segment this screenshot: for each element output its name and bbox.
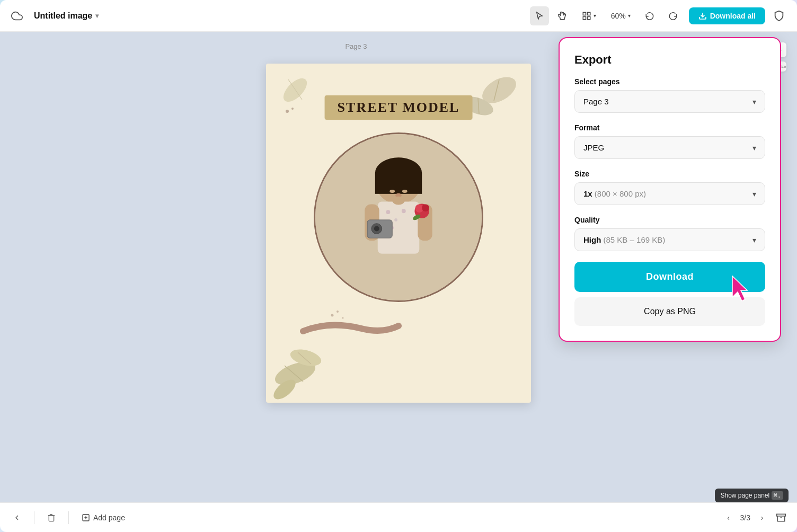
card-circle-frame xyxy=(314,132,483,302)
size-field: Size 1x (800 × 800 px) ▾ xyxy=(574,170,765,205)
shield-btn[interactable] xyxy=(769,6,789,25)
svg-point-28 xyxy=(422,204,429,211)
pages-select-arrow: ▾ xyxy=(752,97,756,106)
dot-decoration xyxy=(285,106,295,117)
brush-stroke-icon xyxy=(298,318,404,339)
download-all-label: Download all xyxy=(710,12,756,20)
leaf-top-left-icon xyxy=(277,69,319,111)
divider-1 xyxy=(34,511,34,524)
svg-point-18 xyxy=(394,218,397,221)
toolbar-left: Untitled image ▾ xyxy=(8,7,524,24)
leaf-bottom-left-icon xyxy=(269,331,327,400)
pages-panel-btn[interactable] xyxy=(774,510,789,525)
svg-point-31 xyxy=(402,190,408,193)
toolbar-center: ▾ 60% ▾ xyxy=(530,6,683,25)
zoom-control-btn[interactable]: 60% ▾ xyxy=(606,8,636,23)
svg-rect-1 xyxy=(587,12,590,15)
size-select[interactable]: 1x (800 × 800 px) ▾ xyxy=(574,182,765,205)
size-label: Size xyxy=(574,170,765,178)
toolbar: Untitled image ▾ ▾ xyxy=(0,0,797,32)
hand-tool-btn[interactable] xyxy=(553,6,572,25)
zoom-dropdown-arrow: ▾ xyxy=(628,13,631,19)
document-title: Untitled image xyxy=(34,11,92,21)
cursor-arrow-indicator xyxy=(727,273,754,305)
size-select-arrow: ▾ xyxy=(752,190,756,198)
svg-point-10 xyxy=(286,110,289,113)
svg-point-25 xyxy=(374,226,379,232)
document-title-btn[interactable]: Untitled image ▾ xyxy=(30,9,103,23)
format-label: Format xyxy=(574,123,765,132)
toolbar-right: Download all xyxy=(689,6,789,25)
app-container: Untitled image ▾ ▾ xyxy=(0,0,797,532)
person-image xyxy=(315,132,482,302)
show-page-panel-tooltip: Show page panel ⌘. xyxy=(715,489,789,502)
download-all-btn[interactable]: Download all xyxy=(689,7,765,24)
export-panel: Export Select pages Page 3 ▾ Format JPEG… xyxy=(559,37,781,342)
quality-select-arrow: ▾ xyxy=(752,236,756,244)
bottom-left: Add page xyxy=(8,509,721,526)
size-select-value: 1x (800 × 800 px) xyxy=(583,189,646,198)
svg-point-30 xyxy=(389,190,395,193)
quality-label: Quality xyxy=(574,216,765,224)
add-page-btn[interactable]: Add page xyxy=(77,511,129,524)
layout-tool-btn[interactable]: ▾ xyxy=(577,8,601,24)
zoom-value: 60% xyxy=(611,12,626,20)
main-content: Page 3 STREET MODEL xyxy=(0,32,797,502)
divider-2 xyxy=(68,511,69,524)
quality-field: Quality High (85 KB – 169 KB) ▾ xyxy=(574,216,765,251)
page-counter: 3/3 xyxy=(740,513,750,522)
bottom-bar: Add page ‹ 3/3 › Show page panel ⌘. xyxy=(0,502,797,532)
card-title-banner: STREET MODEL xyxy=(325,95,473,120)
select-pages-label: Select pages xyxy=(574,77,765,86)
format-select-value: JPEG xyxy=(583,143,604,152)
page-label: Page 3 xyxy=(345,42,367,50)
svg-point-19 xyxy=(402,209,406,213)
quality-select-value: High (85 KB – 169 KB) xyxy=(583,235,665,244)
svg-point-39 xyxy=(331,314,334,317)
next-page-btn[interactable]: › xyxy=(755,510,769,525)
card-design-title: STREET MODEL xyxy=(338,100,460,116)
svg-point-17 xyxy=(386,210,390,214)
add-page-label: Add page xyxy=(93,513,125,522)
trash-btn[interactable] xyxy=(43,509,60,526)
undo-btn[interactable] xyxy=(640,6,659,25)
quality-select[interactable]: High (85 KB – 169 KB) ▾ xyxy=(574,228,765,251)
svg-point-40 xyxy=(336,311,339,313)
svg-rect-46 xyxy=(777,514,786,516)
keyboard-shortcut: ⌘. xyxy=(772,491,783,500)
pages-select[interactable]: Page 3 ▾ xyxy=(574,90,765,113)
prev-page-btn[interactable]: ‹ xyxy=(721,510,736,525)
format-select[interactable]: JPEG ▾ xyxy=(574,136,765,159)
design-card: STREET MODEL xyxy=(266,64,531,403)
svg-point-11 xyxy=(291,108,294,110)
svg-rect-0 xyxy=(583,12,586,15)
pages-select-value: Page 3 xyxy=(583,97,609,106)
format-field: Format JPEG ▾ xyxy=(574,123,765,159)
bottom-right: ‹ 3/3 › xyxy=(721,510,789,525)
layout-dropdown-arrow: ▾ xyxy=(594,13,596,19)
title-dropdown-icon: ▾ xyxy=(95,12,99,20)
redo-btn[interactable] xyxy=(663,6,683,25)
svg-rect-3 xyxy=(587,16,590,19)
format-select-arrow: ▾ xyxy=(752,144,756,152)
svg-marker-42 xyxy=(732,276,747,301)
back-nav-btn[interactable] xyxy=(8,509,25,526)
cloud-save-icon[interactable] xyxy=(8,7,25,24)
svg-rect-2 xyxy=(583,16,586,19)
svg-point-33 xyxy=(392,197,405,205)
select-tool-btn[interactable] xyxy=(530,6,549,25)
select-pages-field: Select pages Page 3 ▾ xyxy=(574,77,765,113)
svg-rect-15 xyxy=(375,173,422,194)
export-panel-title: Export xyxy=(574,53,765,67)
